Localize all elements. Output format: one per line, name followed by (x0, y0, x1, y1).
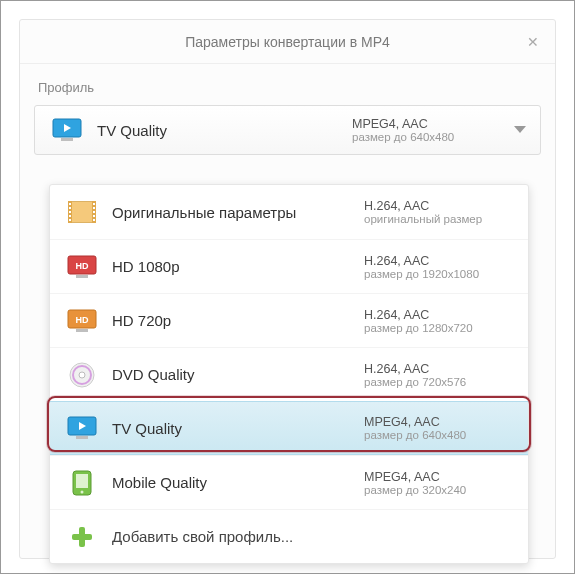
profile-dropdown: Оригинальные параметры H.264, AAC оригин… (49, 184, 529, 564)
dialog-title: Параметры конвертации в MP4 (185, 34, 390, 50)
svg-rect-4 (68, 201, 96, 223)
option-meta: MPEG4, AAC размер до 320x240 (364, 470, 514, 496)
option-meta: H.264, AAC размер до 1280x720 (364, 308, 514, 334)
svg-point-25 (79, 372, 85, 378)
selected-size: размер до 640x480 (352, 131, 454, 143)
tv-icon (64, 413, 100, 443)
svg-rect-14 (93, 211, 95, 213)
option-title: Mobile Quality (112, 474, 207, 491)
svg-rect-8 (69, 207, 71, 209)
option-tv[interactable]: TV Quality MPEG4, AAC размер до 640x480 (50, 401, 528, 455)
dvd-icon (64, 360, 100, 390)
option-title: DVD Quality (112, 366, 195, 383)
svg-rect-7 (69, 203, 71, 205)
film-icon (64, 197, 100, 227)
svg-rect-9 (69, 211, 71, 213)
option-hd1080[interactable]: HD HD 1080p H.264, AAC размер до 1920x10… (50, 239, 528, 293)
chevron-down-icon (514, 126, 526, 134)
profile-label: Профиль (20, 64, 555, 105)
option-mobile[interactable]: Mobile Quality MPEG4, AAC размер до 320x… (50, 455, 528, 509)
option-title: HD 720p (112, 312, 171, 329)
option-title: Добавить свой профиль... (112, 528, 293, 545)
selected-codec: MPEG4, AAC (352, 117, 428, 131)
option-title: Оригинальные параметры (112, 204, 296, 221)
option-meta: H.264, AAC оригинальный размер (364, 199, 514, 225)
option-add-profile[interactable]: Добавить свой профиль... (50, 509, 528, 563)
svg-marker-3 (514, 126, 526, 133)
option-hd720[interactable]: HD HD 720p H.264, AAC размер до 1280x720 (50, 293, 528, 347)
svg-rect-13 (93, 207, 95, 209)
option-meta: H.264, AAC размер до 720x576 (364, 362, 514, 388)
tv-icon (49, 115, 85, 145)
plus-icon (64, 522, 100, 552)
svg-rect-19 (76, 275, 88, 278)
dialog-header: Параметры конвертации в MP4 ✕ (20, 20, 555, 64)
svg-text:HD: HD (76, 315, 89, 325)
svg-rect-22 (76, 329, 88, 332)
svg-text:HD: HD (76, 261, 89, 271)
close-icon: ✕ (527, 34, 539, 50)
svg-rect-10 (69, 215, 71, 217)
selected-profile-meta: MPEG4, AAC размер до 640x480 (352, 117, 502, 143)
svg-rect-33 (72, 534, 92, 540)
svg-rect-16 (93, 219, 95, 221)
close-button[interactable]: ✕ (521, 30, 545, 54)
option-title: HD 1080p (112, 258, 180, 275)
svg-rect-11 (69, 219, 71, 221)
option-original[interactable]: Оригинальные параметры H.264, AAC оригин… (50, 185, 528, 239)
option-title: TV Quality (112, 420, 182, 437)
hd-orange-icon: HD (64, 306, 100, 336)
mobile-icon (64, 468, 100, 498)
option-meta: MPEG4, AAC размер до 640x480 (364, 415, 514, 441)
hd-red-icon: HD (64, 252, 100, 282)
svg-rect-2 (61, 138, 73, 141)
svg-rect-30 (76, 474, 88, 488)
selected-profile-title: TV Quality (97, 122, 167, 139)
option-meta: H.264, AAC размер до 1920x1080 (364, 254, 514, 280)
option-dvd[interactable]: DVD Quality H.264, AAC размер до 720x576 (50, 347, 528, 401)
svg-point-31 (81, 490, 84, 493)
profile-select[interactable]: TV Quality MPEG4, AAC размер до 640x480 (34, 105, 541, 155)
app-frame: Параметры конвертации в MP4 ✕ Профиль TV… (0, 0, 575, 574)
svg-rect-15 (93, 215, 95, 217)
svg-rect-28 (76, 436, 88, 439)
svg-rect-12 (93, 203, 95, 205)
